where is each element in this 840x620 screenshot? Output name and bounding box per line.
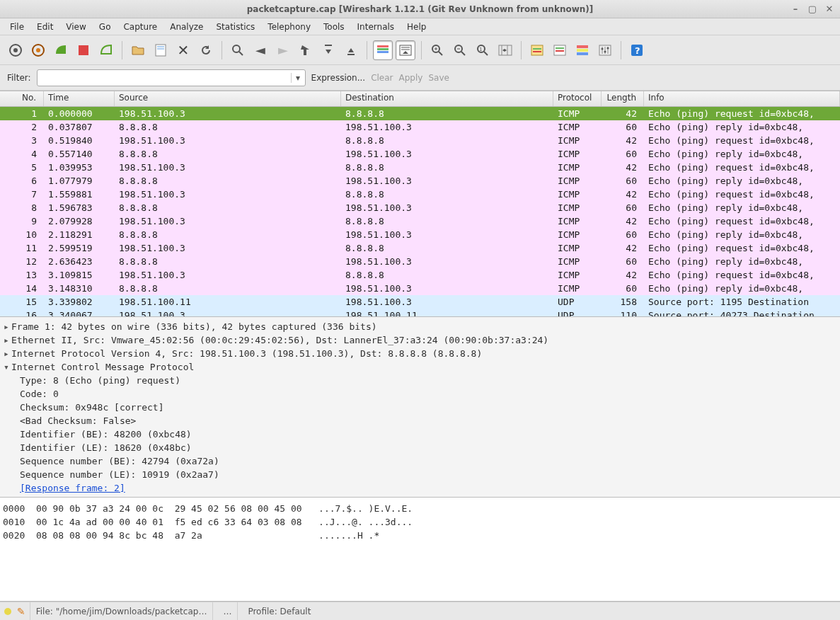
packet-row[interactable]: 10.000000198.51.100.38.8.8.8ICMP42Echo (…: [0, 107, 840, 120]
packet-row[interactable]: 81.5967838.8.8.8198.51.100.3ICMP60Echo (…: [0, 201, 840, 214]
reload-icon[interactable]: [196, 40, 216, 60]
goto-last-icon[interactable]: [341, 40, 361, 60]
packet-row[interactable]: 30.519840198.51.100.38.8.8.8ICMP42Echo (…: [0, 134, 840, 147]
tree-leaf[interactable]: <Bad Checksum: False>: [1, 414, 839, 427]
packet-list-body[interactable]: 10.000000198.51.100.38.8.8.8ICMP42Echo (…: [0, 107, 840, 316]
menu-file[interactable]: File: [4, 20, 30, 34]
menu-internals[interactable]: Internals: [352, 20, 401, 34]
interfaces-icon[interactable]: [6, 40, 25, 60]
go-back-icon[interactable]: ◄: [251, 40, 270, 60]
col-header-info[interactable]: Info: [644, 91, 840, 106]
packet-row[interactable]: 143.1483108.8.8.8198.51.100.3ICMP60Echo …: [0, 282, 840, 295]
svg-rect-32: [533, 48, 541, 50]
preferences-icon[interactable]: [595, 40, 615, 60]
col-header-source[interactable]: Source: [115, 91, 341, 106]
start-capture-icon[interactable]: [51, 40, 71, 60]
tree-leaf[interactable]: Code: 0: [1, 387, 839, 401]
expression-button[interactable]: Expression...: [311, 73, 366, 83]
packet-row[interactable]: 40.5571408.8.8.8198.51.100.3ICMP60Echo (…: [0, 147, 840, 161]
col-header-no[interactable]: No.: [0, 91, 44, 106]
packet-bytes-pane[interactable]: 0000 00 90 0b 37 a3 24 00 0c 29 45 02 56…: [0, 498, 840, 602]
menu-tools[interactable]: Tools: [318, 20, 350, 34]
menu-edit[interactable]: Edit: [31, 20, 59, 34]
status-file[interactable]: File: "/home/jim/Downloads/packetcap…: [30, 602, 214, 620]
goto-packet-icon[interactable]: [296, 40, 316, 60]
menu-help[interactable]: Help: [401, 20, 432, 34]
tree-branch[interactable]: ▸Frame 1: 42 bytes on wire (336 bits), 4…: [1, 320, 839, 333]
edit-capture-comment-icon[interactable]: ✎: [17, 606, 25, 617]
tree-leaf[interactable]: Type: 8 (Echo (ping) request): [1, 374, 839, 387]
packet-row[interactable]: 153.339802198.51.100.11198.51.100.3UDP15…: [0, 295, 840, 309]
tree-leaf[interactable]: Identifier (LE): 18620 (0x48bc): [1, 441, 839, 454]
apply-button[interactable]: Apply: [399, 73, 423, 83]
packet-row[interactable]: 122.6364238.8.8.8198.51.100.3ICMP60Echo …: [0, 255, 840, 268]
col-header-length[interactable]: Length: [602, 91, 644, 106]
minimize-button[interactable]: –: [789, 3, 802, 16]
filter-combo[interactable]: ▾: [37, 69, 306, 86]
find-icon[interactable]: [228, 40, 248, 60]
options-icon[interactable]: [28, 40, 48, 60]
tree-leaf[interactable]: Identifier (BE): 48200 (0xbc48): [1, 427, 839, 441]
restart-capture-icon[interactable]: [96, 40, 116, 60]
menu-capture[interactable]: Capture: [117, 20, 163, 34]
col-header-time[interactable]: Time: [44, 91, 115, 106]
status-profile[interactable]: Profile: Default: [242, 602, 316, 620]
packet-row[interactable]: 71.559881198.51.100.38.8.8.8ICMP42Echo (…: [0, 188, 840, 201]
colorize-icon[interactable]: [373, 40, 393, 60]
packet-row[interactable]: 61.0779798.8.8.8198.51.100.3ICMP60Echo (…: [0, 174, 840, 188]
tree-leaf[interactable]: [Response frame: 2]: [1, 481, 839, 495]
expert-info-icon[interactable]: [4, 608, 11, 615]
zoom-in-icon[interactable]: [427, 40, 447, 60]
menu-telephony[interactable]: Telephony: [262, 20, 316, 34]
packet-row[interactable]: 20.0378078.8.8.8198.51.100.3ICMP60Echo (…: [0, 120, 840, 134]
packet-row[interactable]: 92.079928198.51.100.38.8.8.8ICMP42Echo (…: [0, 214, 840, 228]
col-header-proto[interactable]: Protocol: [553, 91, 602, 106]
save-file-icon[interactable]: [151, 40, 171, 60]
goto-first-icon[interactable]: [318, 40, 338, 60]
menu-statistics[interactable]: Statistics: [210, 20, 260, 34]
display-filters-icon[interactable]: [550, 40, 570, 60]
filter-input[interactable]: [38, 73, 291, 83]
tree-branch[interactable]: ▾Internet Control Message Protocol: [1, 360, 839, 374]
autoscroll-icon[interactable]: [396, 40, 415, 60]
close-button[interactable]: ✕: [823, 3, 836, 16]
tree-leaf[interactable]: Sequence number (BE): 42794 (0xa72a): [1, 454, 839, 468]
expand-arrow-icon[interactable]: ▸: [1, 347, 11, 360]
tree-leaf[interactable]: Sequence number (LE): 10919 (0x2aa7): [1, 468, 839, 481]
packet-row[interactable]: 133.109815198.51.100.38.8.8.8ICMP42Echo …: [0, 268, 840, 282]
menu-analyze[interactable]: Analyze: [164, 20, 209, 34]
save-filter-button[interactable]: Save: [428, 73, 449, 83]
zoom-reset-icon[interactable]: 1: [473, 40, 493, 60]
response-frame-link[interactable]: [Response frame: 2]: [20, 483, 125, 493]
go-forward-icon[interactable]: ►: [273, 40, 293, 60]
close-file-icon[interactable]: ✕: [173, 40, 193, 60]
expand-arrow-icon[interactable]: ▸: [1, 320, 11, 333]
packet-row[interactable]: 51.039953198.51.100.38.8.8.8ICMP42Echo (…: [0, 161, 840, 174]
tree-branch[interactable]: ▸Internet Protocol Version 4, Src: 198.5…: [1, 347, 839, 360]
svg-rect-37: [577, 45, 588, 48]
help-icon[interactable]: ?: [627, 40, 647, 60]
svg-line-23: [461, 52, 465, 55]
packet-details-pane[interactable]: ▸Frame 1: 42 bytes on wire (336 bits), 4…: [0, 317, 840, 498]
capture-filters-icon[interactable]: [527, 40, 547, 60]
packet-row[interactable]: 102.1182918.8.8.8198.51.100.3ICMP60Echo …: [0, 228, 840, 241]
col-header-dest[interactable]: Destination: [341, 91, 553, 106]
filter-dropdown-icon[interactable]: ▾: [291, 73, 305, 83]
zoom-out-icon[interactable]: [450, 40, 470, 60]
open-file-icon[interactable]: [128, 40, 148, 60]
packet-row[interactable]: 163.340067198.51.100.3198.51.100.11UDP11…: [0, 309, 840, 316]
maximize-button[interactable]: ▢: [806, 3, 819, 16]
menu-go[interactable]: Go: [93, 20, 117, 34]
expand-arrow-icon[interactable]: ▾: [1, 360, 11, 374]
window-title: packetcapture.cap [Wireshark 1.12.1 (Git…: [247, 4, 594, 14]
clear-button[interactable]: Clear: [371, 73, 393, 83]
tree-leaf[interactable]: Checksum: 0x948c [correct]: [1, 401, 839, 414]
resize-columns-icon[interactable]: [495, 40, 515, 60]
coloring-rules-icon[interactable]: [573, 40, 592, 60]
status-bar: ✎ File: "/home/jim/Downloads/packetcap… …: [0, 602, 840, 620]
expand-arrow-icon[interactable]: ▸: [1, 333, 11, 347]
stop-capture-icon[interactable]: [74, 40, 93, 60]
packet-row[interactable]: 112.599519198.51.100.38.8.8.8ICMP42Echo …: [0, 241, 840, 255]
menu-view[interactable]: View: [60, 20, 91, 34]
tree-branch[interactable]: ▸Ethernet II, Src: Vmware_45:02:56 (00:0…: [1, 333, 839, 347]
